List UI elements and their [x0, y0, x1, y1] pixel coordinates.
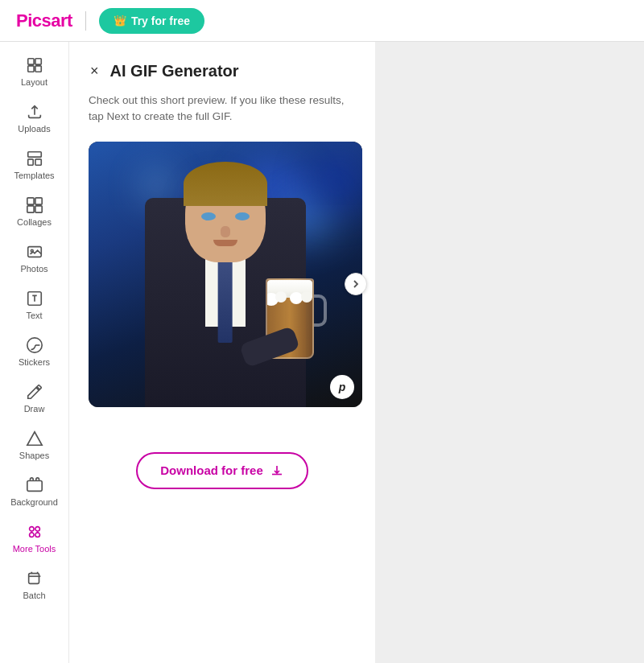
sidebar-item-label-collages: Collages: [17, 217, 52, 227]
sidebar-item-collages[interactable]: Collages: [6, 190, 64, 233]
svg-rect-1: [35, 59, 40, 64]
picsart-watermark: p: [330, 375, 354, 399]
header-divider: [85, 11, 86, 31]
content-area: × AI GIF Generator Check out this short …: [69, 42, 644, 663]
more-tools-icon: [26, 523, 43, 541]
gif-preview: p: [89, 142, 362, 407]
sidebar-item-uploads[interactable]: Uploads: [6, 97, 64, 140]
canvas-area: [375, 42, 644, 663]
panel-title: AI GIF Generator: [110, 62, 239, 80]
svg-rect-9: [27, 206, 33, 212]
download-button-container: Download for free: [89, 449, 356, 489]
sidebar-item-label-text: Text: [26, 311, 42, 320]
sidebar-item-label-draw: Draw: [24, 404, 45, 414]
sidebar-item-more-tools[interactable]: More Tools: [6, 517, 64, 560]
svg-rect-20: [28, 574, 39, 584]
download-label: Download for free: [160, 463, 263, 477]
header: Picsart 👑 Try for free: [0, 0, 644, 42]
draw-icon: [26, 383, 43, 401]
svg-rect-3: [35, 66, 40, 72]
panel-description: Check out this short preview. If you lik…: [89, 93, 356, 126]
try-for-free-button[interactable]: 👑 Try for free: [99, 8, 204, 34]
collages-icon: [26, 196, 43, 214]
gif-preview-wrapper: p: [89, 142, 356, 426]
sidebar-item-text[interactable]: Text: [6, 283, 64, 327]
try-button-label: Try for free: [131, 14, 190, 27]
sidebar-item-label-templates: Templates: [14, 171, 54, 180]
sidebar-item-label-batch: Batch: [23, 591, 45, 600]
uploads-icon: [26, 103, 43, 121]
sidebar-item-label-photos: Photos: [20, 264, 47, 274]
sidebar-item-background[interactable]: Background: [6, 470, 64, 513]
sidebar-item-label-layout: Layout: [21, 77, 47, 87]
svg-point-17: [35, 527, 39, 532]
sidebar-item-batch[interactable]: Batch: [6, 563, 64, 607]
crown-icon: 👑: [114, 14, 126, 27]
logo: Picsart: [16, 10, 72, 31]
download-button[interactable]: Download for free: [136, 452, 308, 489]
batch-icon: [26, 570, 43, 587]
gif-canvas: [89, 142, 362, 407]
close-icon: ×: [90, 63, 99, 80]
sidebar-item-label-background: Background: [10, 497, 58, 507]
templates-icon: [26, 150, 43, 167]
sidebar-item-label-more-tools: More Tools: [13, 544, 56, 554]
background-icon: [26, 476, 43, 494]
photos-icon: [26, 243, 43, 261]
svg-point-16: [29, 527, 34, 532]
sidebar-item-shapes[interactable]: Shapes: [6, 423, 64, 467]
svg-rect-7: [27, 198, 33, 204]
svg-rect-5: [27, 159, 32, 165]
sidebar-item-label-uploads: Uploads: [18, 124, 50, 134]
stickers-icon: [26, 336, 43, 354]
sidebar: Layout Uploads Templates: [0, 42, 69, 663]
sidebar-item-templates[interactable]: Templates: [6, 143, 64, 187]
svg-rect-4: [27, 152, 41, 157]
close-button[interactable]: ×: [89, 61, 101, 81]
sidebar-item-layout[interactable]: Layout: [6, 50, 64, 93]
svg-rect-8: [35, 198, 41, 204]
chevron-right-button[interactable]: [345, 273, 367, 295]
download-icon: [270, 463, 284, 478]
svg-point-19: [35, 533, 39, 537]
sidebar-item-photos[interactable]: Photos: [6, 237, 64, 280]
svg-rect-10: [35, 206, 41, 212]
panel-header: × AI GIF Generator: [89, 61, 356, 81]
svg-marker-14: [27, 432, 41, 446]
svg-rect-15: [27, 481, 41, 492]
svg-rect-6: [35, 159, 40, 165]
svg-rect-0: [27, 59, 33, 64]
svg-rect-2: [27, 66, 33, 72]
sidebar-item-stickers[interactable]: Stickers: [6, 330, 64, 373]
ai-gif-panel: × AI GIF Generator Check out this short …: [69, 42, 375, 663]
svg-point-18: [29, 533, 34, 537]
sidebar-item-label-shapes: Shapes: [19, 451, 49, 460]
sidebar-item-draw[interactable]: Draw: [6, 377, 64, 420]
text-icon: [26, 290, 43, 307]
main-layout: Layout Uploads Templates: [0, 42, 644, 663]
layout-icon: [26, 56, 43, 74]
shapes-icon: [26, 430, 43, 447]
sidebar-item-label-stickers: Stickers: [19, 357, 50, 367]
